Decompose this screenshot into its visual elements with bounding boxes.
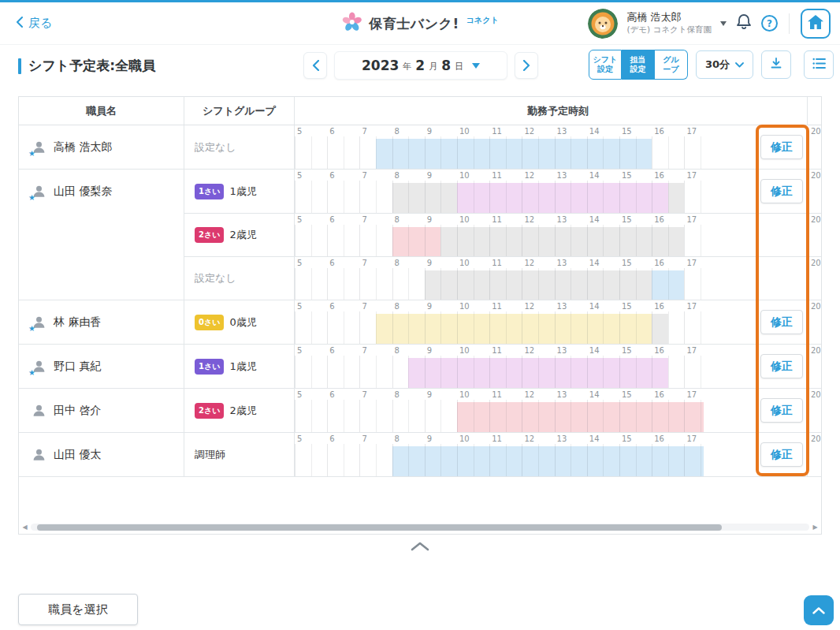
hour-label: 16	[654, 127, 664, 136]
help-button[interactable]: ?	[761, 15, 778, 32]
view-controls: シフト 設定 担当 設定 グル ープ 30分	[589, 50, 834, 80]
hour-label: 5	[297, 215, 302, 224]
edit-button[interactable]: 修正	[760, 179, 803, 203]
scrollbar-thumb[interactable]	[37, 524, 722, 531]
hour-label: 13	[557, 215, 567, 224]
grid-tick	[571, 136, 571, 169]
grid-tick	[538, 225, 539, 256]
notification-bell-icon[interactable]	[735, 13, 753, 34]
shift-setting-tab[interactable]: シフト 設定	[589, 50, 622, 80]
timeline[interactable]: 56789101112131415161720修正	[295, 170, 821, 213]
grid-tick	[327, 136, 328, 169]
timeline[interactable]: 56789101112131415161720	[295, 257, 821, 300]
grid-tick	[571, 311, 571, 344]
group-tab[interactable]: グル ープ	[655, 50, 688, 80]
age-badge: 1さい	[195, 184, 224, 199]
timeline[interactable]: 56789101112131415161720修正	[295, 300, 821, 344]
prev-day-button[interactable]	[303, 52, 327, 79]
edit-button[interactable]: 修正	[760, 135, 803, 159]
shift-band[interactable]	[652, 314, 668, 344]
shift-band[interactable]	[376, 314, 652, 344]
date-year: 2023	[362, 58, 399, 73]
hour-label: 12	[524, 215, 534, 224]
grid-tick	[636, 268, 637, 300]
hour-label: 13	[557, 127, 567, 136]
next-day-button[interactable]	[515, 52, 538, 79]
scrollbar-track[interactable]	[31, 524, 809, 531]
hour-label: 17	[686, 215, 697, 224]
shift-band[interactable]	[376, 139, 652, 169]
collapse-panel-button[interactable]	[411, 539, 429, 554]
hour-label: 10	[459, 259, 470, 267]
select-staff-button[interactable]: 職員を選択	[18, 594, 138, 625]
hour-label: 7	[362, 215, 366, 224]
grid-tick	[571, 181, 571, 213]
shift-row: 設定なし56789101112131415161720	[184, 256, 821, 300]
timeline[interactable]: 56789101112131415161720	[295, 214, 821, 256]
hour-label: 9	[427, 434, 432, 443]
grid-tick	[522, 268, 522, 300]
grid-tick	[587, 268, 588, 300]
edit-button[interactable]: 修正	[760, 354, 803, 378]
grid-tick	[807, 400, 808, 432]
scroll-left-arrow[interactable]: ◀	[20, 524, 29, 531]
hour-label: 6	[329, 302, 334, 311]
topbar: 戻る 保育士バンク! コネクト	[0, 2, 840, 44]
hour-label: 11	[492, 171, 502, 180]
shift-band[interactable]	[668, 183, 685, 213]
timeline[interactable]: 56789101112131415161720修正	[295, 389, 821, 432]
grid-tick	[807, 136, 808, 169]
shift-band[interactable]	[392, 227, 441, 256]
back-button[interactable]: 戻る	[16, 16, 52, 31]
hour-label: 16	[654, 171, 664, 180]
scroll-to-top-button[interactable]	[804, 595, 834, 625]
grid-tick	[474, 225, 474, 256]
hour-label: 12	[524, 434, 534, 443]
grid-tick	[376, 356, 377, 388]
hour-label: 13	[557, 259, 567, 267]
grid-tick	[474, 444, 474, 476]
grid-tick	[636, 400, 637, 432]
hour-label: 6	[329, 215, 334, 224]
timeline[interactable]: 56789101112131415161720修正	[295, 433, 821, 476]
staff-row-group: 田中 啓介2さい2歳児56789101112131415161720修正	[19, 389, 821, 433]
edit-button[interactable]: 修正	[760, 310, 803, 334]
user-info[interactable]: 高橋 浩太郎 (デモ) コネクト保育園	[626, 11, 712, 35]
grid-tick	[522, 400, 522, 432]
grid-tick	[807, 444, 808, 476]
timeline[interactable]: 56789101112131415161720修正	[295, 345, 821, 388]
grid-tick	[474, 181, 474, 213]
edit-button[interactable]: 修正	[760, 442, 803, 467]
home-button[interactable]	[801, 9, 831, 39]
user-avatar[interactable]	[588, 9, 618, 39]
grid-tick	[587, 400, 588, 432]
table-header: 職員名 シフトグループ 勤務予定時刻	[19, 97, 821, 125]
grid-tick	[506, 225, 507, 256]
hour-label: 20	[811, 302, 821, 311]
hour-label: 10	[459, 171, 470, 180]
grid-tick	[311, 181, 312, 213]
shift-band[interactable]	[392, 446, 704, 476]
shift-band[interactable]	[457, 402, 704, 432]
grid-tick	[392, 356, 393, 388]
grid-tick	[668, 268, 669, 300]
grid-tick	[506, 444, 507, 476]
list-view-button[interactable]	[804, 50, 834, 79]
shift-band[interactable]	[440, 227, 684, 256]
timeline[interactable]: 56789101112131415161720修正	[295, 125, 821, 169]
grid-tick	[425, 136, 426, 169]
topbar-divider	[789, 13, 790, 34]
hour-label: 10	[459, 215, 470, 224]
grid-tick	[344, 268, 344, 300]
grid-tick	[684, 400, 685, 432]
date-picker-button[interactable]: 2023 年 2 月 8 日	[334, 51, 507, 80]
hour-label: 20	[811, 171, 821, 180]
shift-band[interactable]	[457, 183, 668, 213]
user-menu-caret-icon[interactable]	[720, 21, 727, 26]
scroll-right-arrow[interactable]: ▶	[811, 524, 820, 531]
assignment-setting-tab[interactable]: 担当 設定	[622, 50, 655, 80]
interval-select[interactable]: 30分	[696, 50, 753, 79]
grid-tick	[408, 400, 409, 432]
download-button[interactable]	[761, 50, 791, 79]
edit-button[interactable]: 修正	[760, 398, 803, 423]
